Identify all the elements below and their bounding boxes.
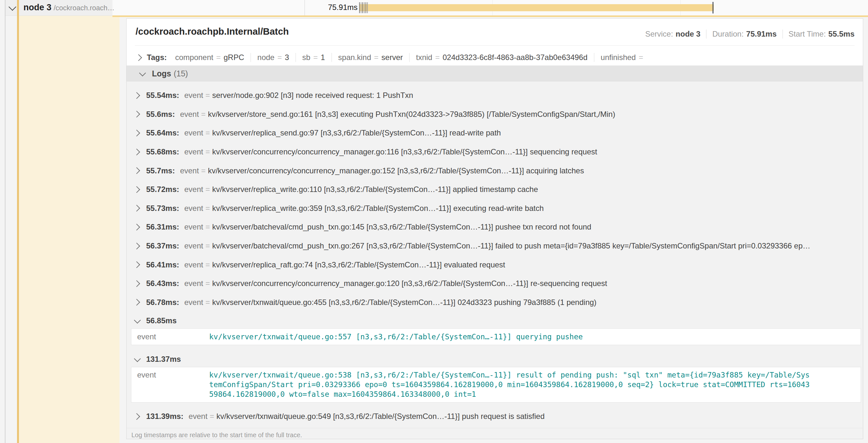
tag-value: 024d3323-6c8f-4863-aa8b-37ab0e63496d bbox=[443, 53, 588, 62]
log-row[interactable]: 55.54ms: event = server/node.go:902 [n3]… bbox=[127, 86, 863, 105]
equals-sign: = bbox=[205, 147, 210, 156]
log-row[interactable]: 56.31ms: event = kv/kvserver/batcheval/c… bbox=[127, 218, 863, 237]
log-field-key: event bbox=[184, 185, 203, 194]
log-fields-table: event kv/kvserver/txnwait/queue.go:557 [… bbox=[131, 329, 861, 345]
span-service-name: node 3 bbox=[24, 3, 52, 12]
log-row[interactable]: 55.73ms: event = kv/kvserver/replica_wri… bbox=[127, 199, 863, 218]
log-timestamp: 131.39ms: bbox=[146, 412, 183, 421]
tag-value: 3 bbox=[285, 53, 289, 62]
log-row[interactable]: 56.78ms: event = kv/kvserver/txnwait/que… bbox=[127, 293, 863, 312]
chevron-down-icon[interactable] bbox=[139, 69, 146, 76]
log-field-value: kv/kvserver/replica_write.go:110 [n3,s3,… bbox=[212, 185, 538, 194]
log-row[interactable]: 56.37ms: event = kv/kvserver/batcheval/c… bbox=[127, 237, 863, 255]
equals-sign: = bbox=[205, 204, 210, 213]
span-operation-name: /cockroach.roach… bbox=[54, 4, 115, 12]
log-entry-expanded: 131.37ms event kv/kvserver/txnwait/queue… bbox=[127, 353, 863, 403]
tag-key: span.kind bbox=[338, 53, 371, 62]
logs-accordion-toggle[interactable]: Logs (15) bbox=[127, 66, 863, 81]
tag-item: sb = 1 bbox=[296, 53, 332, 62]
log-field-value: kv/kvserver/batcheval/cmd_push_txn.go:26… bbox=[212, 241, 810, 250]
log-field-key: event bbox=[180, 166, 199, 175]
log-entry-expanded: 56.85ms event kv/kvserver/txnwait/queue.… bbox=[127, 314, 863, 345]
span-row[interactable]: node 3 /cockroach.roach… 75.91ms bbox=[5, 0, 868, 15]
logs-list: 55.54ms: event = server/node.go:902 [n3]… bbox=[127, 81, 863, 439]
equals-sign: = bbox=[435, 53, 440, 62]
span-row-accent-underline bbox=[113, 15, 868, 17]
log-row[interactable]: 55.72ms: event = kv/kvserver/replica_wri… bbox=[127, 180, 863, 199]
log-field-value: kv/kvserver/txnwait/queue.go:549 [n3,s3,… bbox=[217, 412, 545, 421]
log-timestamp: 56.31ms: bbox=[146, 223, 179, 232]
chevron-right-icon[interactable] bbox=[133, 148, 140, 155]
chevron-right-icon[interactable] bbox=[133, 205, 140, 211]
log-row-expanded-header[interactable]: 131.37ms bbox=[127, 353, 863, 366]
tags-accordion-toggle[interactable]: Tags: component = gRPC node = 3 sb = 1 bbox=[136, 51, 652, 64]
log-field-key: event bbox=[184, 91, 203, 100]
span-name-cell[interactable]: node 3 /cockroach.roach… bbox=[5, 0, 113, 16]
log-field-value: kv/kvserver/store_send.go:161 [n3,s3] ex… bbox=[208, 110, 615, 119]
equals-sign: = bbox=[216, 53, 221, 62]
span-detail-meta: Service: node 3 Duration: 75.91ms Start … bbox=[645, 30, 855, 38]
log-field-key: event bbox=[131, 332, 209, 342]
chevron-right-icon[interactable] bbox=[133, 167, 140, 174]
log-marker-tick-end bbox=[713, 2, 713, 13]
log-row[interactable]: 55.68ms: event = kv/kvserver/concurrency… bbox=[127, 142, 863, 162]
log-marker-tick bbox=[361, 2, 362, 13]
chevron-right-icon[interactable] bbox=[133, 111, 140, 117]
equals-sign: = bbox=[205, 91, 210, 100]
trace-detail-page: node 3 /cockroach.roach… 75.91ms /cockro… bbox=[0, 0, 868, 443]
tag-value: 1 bbox=[320, 53, 325, 62]
log-field-value: server/node.go:902 [n3] node received re… bbox=[212, 91, 413, 100]
log-field-value: kv/kvserver/concurrency/concurrency_mana… bbox=[208, 166, 584, 175]
span-duration-label: 75.91ms bbox=[289, 3, 358, 12]
tags-label: Tags: bbox=[147, 53, 167, 62]
log-row-expanded-header[interactable]: 56.85ms bbox=[127, 314, 863, 327]
log-row[interactable]: 56.43ms: event = kv/kvserver/concurrency… bbox=[127, 274, 863, 293]
chevron-right-icon[interactable] bbox=[133, 242, 140, 249]
equals-sign: = bbox=[639, 53, 643, 62]
log-field-key: event bbox=[184, 128, 203, 137]
logs-footer-note: Log timestamps are relative to the start… bbox=[127, 428, 863, 439]
chevron-right-icon[interactable] bbox=[133, 413, 140, 420]
log-field-key: event bbox=[180, 110, 199, 119]
chevron-right-icon[interactable] bbox=[133, 186, 140, 193]
log-marker-tick bbox=[362, 2, 363, 13]
log-field-key: event bbox=[184, 241, 203, 250]
meta-separator bbox=[782, 30, 783, 38]
log-field-value: kv/kvserver/txnwait/queue.go:455 [n3,s3,… bbox=[212, 298, 596, 307]
log-field-row: event kv/kvserver/txnwait/queue.go:538 [… bbox=[131, 370, 861, 399]
equals-sign: = bbox=[205, 185, 210, 194]
log-timestamp: 55.73ms: bbox=[146, 204, 179, 213]
chevron-right-icon[interactable] bbox=[133, 280, 140, 287]
chevron-right-icon[interactable] bbox=[133, 130, 140, 136]
log-row[interactable]: 56.41ms: event = kv/kvserver/replica_raf… bbox=[127, 255, 863, 274]
chevron-right-icon[interactable] bbox=[133, 224, 140, 231]
log-field-key: event bbox=[131, 370, 209, 380]
span-duration-bar[interactable] bbox=[359, 4, 714, 11]
log-field-key: event bbox=[189, 412, 208, 421]
log-marker-tick bbox=[359, 2, 360, 13]
log-row[interactable]: 55.64ms: event = kv/kvserver/replica_sen… bbox=[127, 124, 863, 142]
log-timestamp: 55.6ms: bbox=[146, 110, 175, 119]
log-timestamp: 56.41ms: bbox=[146, 260, 179, 269]
equals-sign: = bbox=[205, 298, 210, 307]
equals-sign: = bbox=[205, 223, 210, 232]
chevron-down-icon[interactable] bbox=[9, 3, 17, 10]
equals-sign: = bbox=[201, 166, 206, 175]
log-timestamp: 131.37ms bbox=[146, 355, 181, 364]
log-timestamp: 55.68ms: bbox=[146, 147, 179, 156]
chevron-right-icon[interactable] bbox=[135, 54, 142, 61]
chevron-right-icon[interactable] bbox=[133, 261, 140, 268]
log-row[interactable]: 55.6ms: event = kv/kvserver/store_send.g… bbox=[127, 105, 863, 124]
duration-value: 75.91ms bbox=[746, 30, 777, 38]
logs-title: Logs bbox=[152, 69, 171, 78]
tag-item: node = 3 bbox=[251, 53, 296, 62]
span-detail-accent-band bbox=[19, 15, 120, 443]
log-row[interactable]: 55.7ms: event = kv/kvserver/concurrency/… bbox=[127, 161, 863, 180]
chevron-right-icon[interactable] bbox=[133, 299, 140, 306]
tag-key: node bbox=[257, 53, 274, 62]
log-row[interactable]: 131.39ms: event = kv/kvserver/txnwait/qu… bbox=[127, 407, 863, 426]
chevron-right-icon[interactable] bbox=[133, 92, 140, 99]
chevron-down-icon[interactable] bbox=[134, 316, 141, 323]
chevron-down-icon[interactable] bbox=[134, 355, 141, 362]
log-timestamp: 56.37ms: bbox=[146, 241, 179, 250]
